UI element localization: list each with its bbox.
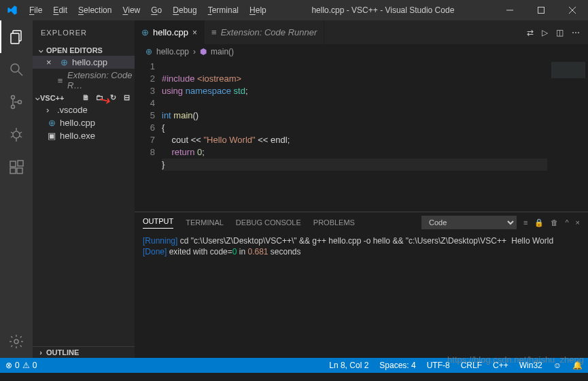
feedback-icon[interactable]: ☺ bbox=[548, 361, 567, 370]
menu-selection[interactable]: Selection bbox=[73, 0, 117, 20]
cpp-file-icon: ⊕ bbox=[145, 47, 152, 56]
tree-file-hello-exe[interactable]: ▣ hello.exe bbox=[33, 129, 135, 142]
extensions-icon[interactable] bbox=[0, 151, 33, 184]
menu-terminal[interactable]: Terminal bbox=[203, 0, 244, 20]
panel-tab-problems[interactable]: PROBLEMS bbox=[313, 218, 355, 227]
clear-icon[interactable]: 🗑 bbox=[551, 218, 558, 227]
workspace-section[interactable]: ⌵ VSC++ 🗎 🗀 ↻ ⊟ bbox=[33, 92, 135, 103]
chevron-right-icon: › bbox=[193, 47, 196, 56]
menu-edit[interactable]: Edit bbox=[48, 0, 73, 20]
tab-label: Extension: Code Runner bbox=[221, 27, 317, 37]
split-editor-icon[interactable]: ◫ bbox=[556, 28, 564, 37]
chevron-right-icon: › bbox=[35, 348, 46, 357]
maximize-panel-icon[interactable]: ^ bbox=[565, 218, 568, 227]
output-channel-select[interactable]: Code bbox=[421, 216, 517, 229]
refresh-icon[interactable]: ↻ bbox=[107, 93, 118, 102]
open-editors-section[interactable]: ⌵ OPEN EDITORS bbox=[33, 44, 135, 56]
activity-bar bbox=[0, 20, 33, 358]
status-line-col[interactable]: Ln 8, Col 2 bbox=[324, 361, 374, 370]
chevron-down-icon: ⌵ bbox=[35, 93, 40, 102]
close-button[interactable] bbox=[557, 0, 588, 20]
tree-label: .vscode bbox=[57, 105, 88, 115]
debug-icon[interactable] bbox=[0, 118, 33, 151]
tree-file-hello-cpp[interactable]: ⊕ hello.cpp bbox=[33, 116, 135, 129]
settings-gear-icon[interactable] bbox=[0, 325, 33, 358]
explorer-icon[interactable] bbox=[0, 20, 33, 53]
svg-line-13 bbox=[11, 132, 13, 133]
editor-body[interactable]: 12345678 #include <iostream> using names… bbox=[135, 59, 588, 212]
search-icon[interactable] bbox=[0, 53, 33, 86]
panel-tab-debug[interactable]: DEBUG CONSOLE bbox=[236, 218, 301, 227]
open-editor-label: Extension: Code R… bbox=[67, 70, 135, 90]
tab-extension[interactable]: ≡ Extension: Code Runner bbox=[205, 20, 324, 44]
panel: OUTPUT TERMINAL DEBUG CONSOLE PROBLEMS C… bbox=[135, 212, 588, 358]
cube-icon: ⬢ bbox=[200, 47, 207, 56]
exe-file-icon: ▣ bbox=[46, 131, 57, 141]
svg-rect-5 bbox=[11, 33, 19, 44]
editor-tabs: ⊕ hello.cpp × ≡ Extension: Code Runner ⇄… bbox=[135, 20, 588, 44]
breadcrumb-file: hello.cpp bbox=[156, 47, 189, 56]
explorer-sidebar: EXPLORER ⌵ OPEN EDITORS × ⊕ hello.cpp ≡ … bbox=[33, 20, 135, 358]
breadcrumb-symbol: main() bbox=[211, 47, 234, 56]
panel-tab-terminal[interactable]: TERMINAL bbox=[186, 218, 224, 227]
svg-line-14 bbox=[20, 132, 22, 133]
minimize-button[interactable] bbox=[494, 0, 525, 20]
status-target[interactable]: Win32 bbox=[514, 361, 548, 370]
new-folder-icon[interactable]: 🗀 bbox=[94, 93, 105, 102]
lock-icon[interactable]: 🔒 bbox=[534, 218, 544, 227]
maximize-button[interactable] bbox=[525, 0, 557, 20]
source-control-icon[interactable] bbox=[0, 86, 33, 118]
error-icon: ⊗ bbox=[5, 361, 12, 370]
line-numbers: 12345678 bbox=[135, 59, 162, 212]
menu-bar: File Edit Selection View Go Debug Termin… bbox=[24, 0, 272, 20]
status-eol[interactable]: CRLF bbox=[455, 361, 487, 370]
tree-label: hello.cpp bbox=[60, 118, 95, 128]
extension-icon: ≡ bbox=[56, 76, 65, 86]
tab-hello-cpp[interactable]: ⊕ hello.cpp × bbox=[135, 20, 205, 44]
notifications-icon[interactable]: 🔔 bbox=[567, 361, 588, 370]
cpp-file-icon: ⊕ bbox=[46, 118, 57, 128]
output-body[interactable]: [Running] cd "c:\Users\Z\Desktop\VSC++\"… bbox=[135, 233, 588, 358]
editor-area: ⊕ hello.cpp × ≡ Extension: Code Runner ⇄… bbox=[135, 20, 588, 358]
outline-section[interactable]: › OUTLINE bbox=[33, 346, 135, 358]
menu-view[interactable]: View bbox=[117, 0, 145, 20]
menu-go[interactable]: Go bbox=[145, 0, 167, 20]
workspace-label: VSC++ bbox=[40, 94, 64, 102]
menu-file[interactable]: File bbox=[24, 0, 48, 20]
close-icon[interactable]: × bbox=[46, 57, 56, 67]
open-editor-extension[interactable]: ≡ Extension: Code R… bbox=[33, 69, 135, 92]
status-encoding[interactable]: UTF-8 bbox=[421, 361, 455, 370]
panel-tab-output[interactable]: OUTPUT bbox=[143, 217, 173, 229]
svg-point-8 bbox=[12, 96, 15, 99]
open-editor-hello[interactable]: × ⊕ hello.cpp bbox=[33, 56, 135, 69]
svg-rect-1 bbox=[538, 7, 544, 14]
minimap[interactable] bbox=[547, 59, 588, 212]
tree-label: hello.exe bbox=[60, 131, 95, 141]
status-errors[interactable]: ⊗0 ⚠0 bbox=[0, 361, 42, 370]
menu-debug[interactable]: Debug bbox=[167, 0, 202, 20]
explorer-title: EXPLORER bbox=[33, 20, 135, 44]
compare-icon[interactable]: ⇄ bbox=[527, 28, 534, 37]
editor-actions: ⇄ ▷ ◫ ⋯ bbox=[527, 28, 588, 37]
more-icon[interactable]: ⋯ bbox=[572, 28, 580, 37]
window-title: hello.cpp - VSC++ - Visual Studio Code bbox=[272, 5, 494, 15]
list-icon[interactable]: ≡ bbox=[523, 218, 528, 227]
menu-help[interactable]: Help bbox=[244, 0, 272, 20]
collapse-icon[interactable]: ⊟ bbox=[121, 93, 132, 102]
outline-label: OUTLINE bbox=[46, 348, 79, 357]
open-editors-label: OPEN EDITORS bbox=[46, 46, 103, 54]
svg-rect-21 bbox=[18, 161, 23, 166]
breadcrumb[interactable]: ⊕ hello.cpp › ⬢ main() bbox=[135, 44, 588, 59]
status-spaces[interactable]: Spaces: 4 bbox=[374, 361, 421, 370]
status-language[interactable]: C++ bbox=[487, 361, 514, 370]
svg-line-15 bbox=[11, 136, 13, 137]
close-icon[interactable]: × bbox=[192, 28, 197, 37]
titlebar: File Edit Selection View Go Debug Termin… bbox=[0, 0, 588, 20]
tree-folder-vscode[interactable]: › .vscode bbox=[33, 103, 135, 116]
run-icon[interactable]: ▷ bbox=[542, 28, 548, 37]
chevron-right-icon: › bbox=[46, 105, 54, 115]
code-content[interactable]: #include <iostream> using namespace std;… bbox=[162, 59, 547, 212]
close-panel-icon[interactable]: × bbox=[576, 218, 580, 227]
new-file-icon[interactable]: 🗎 bbox=[80, 93, 91, 102]
extension-icon: ≡ bbox=[211, 27, 217, 37]
